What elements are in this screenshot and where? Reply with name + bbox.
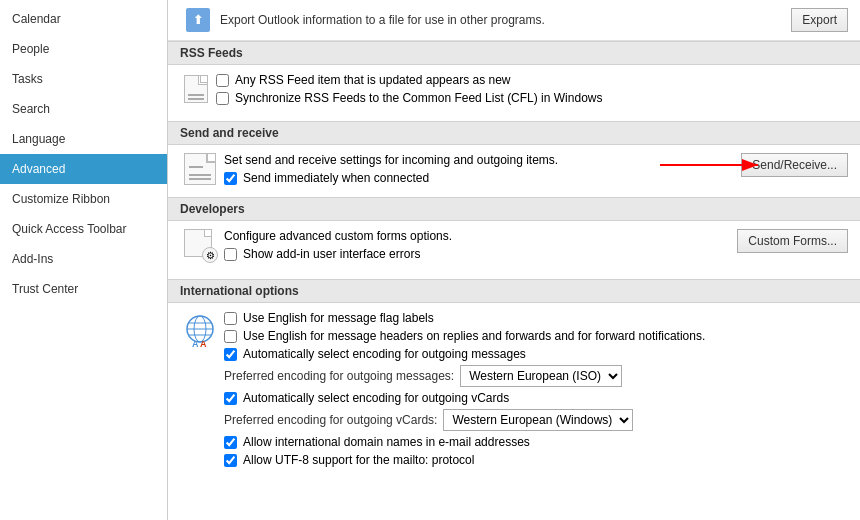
sidebar-item-advanced[interactable]: Advanced [0, 154, 167, 184]
send-immediately-checkbox[interactable] [224, 172, 237, 185]
rss-checkbox-row-1: Any RSS Feed item that is updated appear… [216, 73, 848, 87]
sidebar-item-add-ins[interactable]: Add-Ins [0, 244, 167, 274]
dev-icon: ⚙ [184, 229, 216, 261]
intl-label-2: Use English for message headers on repli… [243, 329, 705, 343]
international-content: A A Use English for message flag labels … [168, 303, 860, 479]
intl-check-4-row: Automatically select encoding for outgoi… [224, 391, 848, 405]
intl-select-2-label: Preferred encoding for outgoing vCards: [224, 413, 437, 427]
export-row: ⬆ Export Outlook information to a file f… [168, 0, 860, 41]
rss-feeds-content: Any RSS Feed item that is updated appear… [168, 65, 860, 121]
developers-row: ⚙ Configure advanced custom forms option… [184, 229, 848, 265]
rss-row: Any RSS Feed item that is updated appear… [184, 73, 848, 109]
intl-select-2[interactable]: Western European (Windows) Unicode (UTF-… [443, 409, 633, 431]
intl-row: A A Use English for message flag labels … [184, 311, 848, 471]
sidebar-item-customize-ribbon[interactable]: Customize Ribbon [0, 184, 167, 214]
export-icon: ⬆ [184, 6, 212, 34]
send-receive-description: Set send and receive settings for incomi… [224, 153, 733, 167]
intl-check-6-row: Allow UTF-8 support for the mailto: prot… [224, 453, 848, 467]
intl-options: Use English for message flag labels Use … [224, 311, 848, 471]
rss-checkbox-2[interactable] [216, 92, 229, 105]
developers-header: Developers [168, 197, 860, 221]
globe-icon: A A [184, 313, 216, 349]
intl-label-6: Allow UTF-8 support for the mailto: prot… [243, 453, 474, 467]
intl-check-5[interactable] [224, 436, 237, 449]
svg-text:A: A [192, 339, 199, 349]
intl-check-6[interactable] [224, 454, 237, 467]
intl-select-2-row: Preferred encoding for outgoing vCards: … [224, 409, 848, 431]
intl-label-1: Use English for message flag labels [243, 311, 434, 325]
sidebar-item-search[interactable]: Search [0, 94, 167, 124]
send-receive-text: Set send and receive settings for incomi… [224, 153, 733, 189]
sidebar-item-tasks[interactable]: Tasks [0, 64, 167, 94]
intl-check-2[interactable] [224, 330, 237, 343]
intl-check-1-row: Use English for message flag labels [224, 311, 848, 325]
intl-check-5-row: Allow international domain names in e-ma… [224, 435, 848, 449]
send-receive-content: Set send and receive settings for incomi… [168, 145, 860, 197]
dev-checkbox-row: Show add-in user interface errors [224, 247, 729, 261]
send-receive-button[interactable]: Send/Receive... [741, 153, 848, 177]
intl-label-4: Automatically select encoding for outgoi… [243, 391, 509, 405]
main-content: ⬆ Export Outlook information to a file f… [168, 0, 860, 520]
rss-checkbox-1[interactable] [216, 74, 229, 87]
international-header: International options [168, 279, 860, 303]
dev-checkbox-label: Show add-in user interface errors [243, 247, 420, 261]
send-immediately-label: Send immediately when connected [243, 171, 429, 185]
intl-check-2-row: Use English for message headers on repli… [224, 329, 848, 343]
dev-text-area: Configure advanced custom forms options.… [224, 229, 729, 265]
sidebar: Calendar People Tasks Search Language Ad… [0, 0, 168, 520]
sidebar-item-quick-access-toolbar[interactable]: Quick Access Toolbar [0, 214, 167, 244]
sidebar-item-people[interactable]: People [0, 34, 167, 64]
rss-checkboxes: Any RSS Feed item that is updated appear… [216, 73, 848, 109]
dev-description: Configure advanced custom forms options. [224, 229, 729, 243]
intl-select-1-label: Preferred encoding for outgoing messages… [224, 369, 454, 383]
send-receive-header: Send and receive [168, 121, 860, 145]
rss-checkbox-row-2: Synchronize RSS Feeds to the Common Feed… [216, 91, 848, 105]
rss-label-2: Synchronize RSS Feeds to the Common Feed… [235, 91, 602, 105]
intl-select-1[interactable]: Western European (ISO) Unicode (UTF-8) U… [460, 365, 622, 387]
sidebar-item-language[interactable]: Language [0, 124, 167, 154]
sidebar-item-trust-center[interactable]: Trust Center [0, 274, 167, 304]
send-receive-wrapper: Set send and receive settings for incomi… [184, 153, 848, 189]
intl-label-5: Allow international domain names in e-ma… [243, 435, 530, 449]
svg-text:⬆: ⬆ [193, 13, 203, 27]
intl-select-1-row: Preferred encoding for outgoing messages… [224, 365, 848, 387]
intl-check-3-row: Automatically select encoding for outgoi… [224, 347, 848, 361]
intl-check-4[interactable] [224, 392, 237, 405]
export-description: Export Outlook information to a file for… [220, 13, 545, 27]
send-receive-icon [184, 153, 216, 185]
intl-check-3[interactable] [224, 348, 237, 361]
send-immediately-row: Send immediately when connected [224, 171, 733, 185]
svg-text:A: A [200, 339, 207, 349]
export-button[interactable]: Export [791, 8, 848, 32]
rss-label-1: Any RSS Feed item that is updated appear… [235, 73, 511, 87]
dev-checkbox[interactable] [224, 248, 237, 261]
sidebar-item-calendar[interactable]: Calendar [0, 4, 167, 34]
intl-label-3: Automatically select encoding for outgoi… [243, 347, 526, 361]
developers-content: ⚙ Configure advanced custom forms option… [168, 221, 860, 279]
rss-feeds-header: RSS Feeds [168, 41, 860, 65]
custom-forms-button[interactable]: Custom Forms... [737, 229, 848, 253]
intl-check-1[interactable] [224, 312, 237, 325]
rss-doc-icon [184, 75, 208, 103]
